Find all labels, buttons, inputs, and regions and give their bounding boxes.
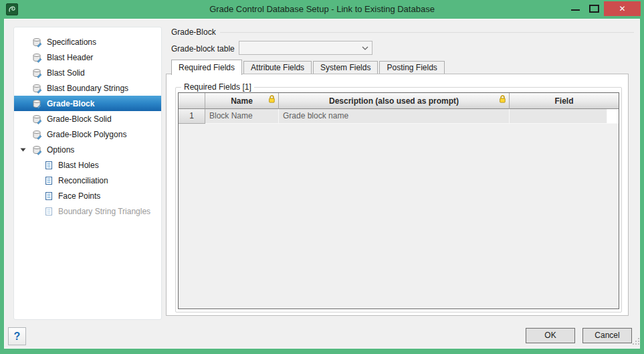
sidebar-tree: Specifications Blast Header Blast Solid … [13,27,162,320]
grade-block-table-label: Grade-block table [171,44,235,54]
tab-posting-fields[interactable]: Posting Fields [379,61,444,74]
grid-header-field: Field [510,93,619,109]
database-icon [31,52,42,63]
grid-header-name: Name [205,93,279,109]
sidebar-item-label: Grade-Block Polygons [47,130,126,139]
sidebar-item-options[interactable]: Options [14,142,161,157]
table-row: 1 Block Name Grade block name [179,109,619,124]
minimize-icon [571,9,580,11]
group-divider [220,32,634,33]
document-icon [44,176,53,185]
sidebar-item-label: Face Points [58,191,100,201]
tab-attribute-fields[interactable]: Attribute Fields [243,61,312,74]
sidebar-item-label: Specifications [47,37,96,47]
sidebar-item-boundary-string-triangles[interactable]: Boundary String Triangles [14,203,161,219]
database-icon [31,37,42,48]
database-icon [31,98,42,109]
grid-header-corner [179,93,205,109]
field-cell[interactable] [510,109,607,124]
tab-system-fields[interactable]: System Fields [313,61,378,74]
document-icon [44,191,53,201]
maximize-icon [589,5,599,13]
sidebar-item-label: Options [47,145,74,155]
sidebar-item-specifications[interactable]: Specifications [14,34,161,50]
sidebar-item-blast-boundary-strings[interactable]: Blast Boundary Strings [14,80,161,96]
group-title: Grade-Block [171,27,216,37]
database-icon [31,145,42,155]
chevron-down-icon [362,46,368,50]
sidebar-item-label: Grade-Block Solid [47,114,112,124]
tabstrip: Required Fields Attribute Fields System … [171,60,446,74]
close-button[interactable]: ✕ [604,1,641,16]
database-icon [31,129,42,140]
lock-icon [268,95,276,103]
grade-block-table-select[interactable] [239,41,372,55]
sidebar-item-label: Blast Solid [47,68,85,78]
sidebar-item-grade-block[interactable]: Grade-Block [14,96,161,111]
minimize-button[interactable] [570,4,582,15]
help-button[interactable]: ? [8,327,26,345]
sidebar-item-blast-solid[interactable]: Blast Solid [14,65,161,80]
sidebar-item-blast-holes[interactable]: Blast Holes [14,157,161,173]
sidebar-item-grade-block-solid[interactable]: Grade-Block Solid [14,111,161,126]
dialog-window: { "window": { "title": "Grade Control Da… [0,0,644,354]
database-icon [31,68,42,78]
sidebar-item-grade-block-polygons[interactable]: Grade-Block Polygons [14,126,161,142]
row-number-cell[interactable]: 1 [179,109,205,124]
sidebar-item-label: Blast Boundary Strings [47,84,128,93]
window-title: Grade Control Database Setup - Link to E… [0,4,644,14]
cancel-button[interactable]: Cancel [582,328,632,343]
sidebar-item-blast-header[interactable]: Blast Header [14,50,161,65]
groupbox-title: Required Fields [1] [181,82,254,92]
grid-header-row: Name Description (also used as prompt) F… [179,93,619,109]
grid-header-description: Description (also used as prompt) [279,93,510,109]
grade-block-group-header: Grade-Block [171,27,634,37]
description-cell[interactable]: Grade block name [279,109,510,124]
expander-icon[interactable] [20,147,26,153]
sidebar-item-label: Blast Header [47,53,93,62]
required-fields-grid: Name Description (also used as prompt) F… [178,92,619,309]
maximize-button[interactable] [588,3,599,14]
sidebar-item-reconciliation[interactable]: Reconciliation [14,173,161,188]
ok-button[interactable]: OK [526,328,575,343]
resize-grip[interactable] [631,337,641,346]
sidebar-item-label: Grade-Block [47,99,94,108]
titlebar: Grade Control Database Setup - Link to E… [0,0,644,19]
sidebar-item-label: Blast Holes [58,161,99,170]
sidebar-item-label: Reconciliation [58,176,108,185]
database-icon [31,114,42,124]
document-icon [44,207,53,216]
lock-icon [499,95,506,103]
sidebar-item-face-points[interactable]: Face Points [14,188,161,203]
document-icon [44,161,53,170]
tab-required-fields[interactable]: Required Fields [171,60,242,75]
sidebar-item-label: Boundary String Triangles [58,207,150,216]
name-cell[interactable]: Block Name [205,109,279,124]
row-filler [607,109,619,124]
database-icon [31,83,42,94]
